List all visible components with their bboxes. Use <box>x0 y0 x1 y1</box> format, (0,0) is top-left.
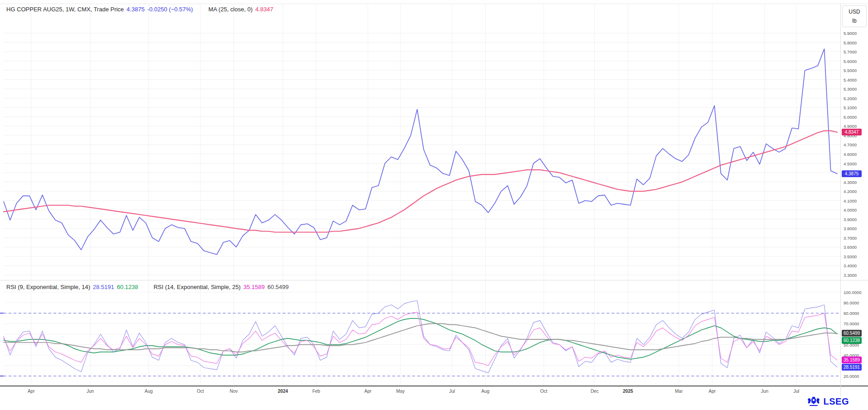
month-label: Aug <box>145 389 153 394</box>
month-label: Apr <box>364 389 371 394</box>
price-axis-label: 3.4000 <box>844 263 857 268</box>
chart-window: HG COPPER AUG25, 1W, CMX, Trade Price 4.… <box>0 0 868 410</box>
x-axis-line <box>0 386 868 386</box>
price-axis-label: 5.6000 <box>844 59 857 64</box>
rsi9-smooth-value: 60.1238 <box>117 284 138 290</box>
price-axis-label: 3.8000 <box>844 226 857 231</box>
rsi9-badge: 28.5191 <box>842 364 862 371</box>
panel-separator[interactable] <box>0 280 868 280</box>
month-label: Apr <box>28 389 35 394</box>
rsi9-indicator-label[interactable]: RSI (9, Exponential, Simple, 14) <box>6 284 90 290</box>
price-axis-label: 5.1000 <box>844 105 857 110</box>
lseg-crest-icon <box>807 396 820 407</box>
price-axis-label: 3.9000 <box>844 217 857 222</box>
rsi14-indicator-label[interactable]: RSI (14, Exponential, Simple, 25) <box>154 284 241 290</box>
price-axis-label: 5.4000 <box>844 77 857 82</box>
price-axis-label: 4.1000 <box>844 198 857 203</box>
price-axis-label: 5.7000 <box>844 49 857 54</box>
month-label: Aug <box>482 389 490 394</box>
rsi-axis-label: 90.0000 <box>844 300 859 305</box>
last-badge: 4.3875 <box>842 170 862 177</box>
rsi14-smooth-value: 60.5499 <box>267 284 289 290</box>
price-axis-label: 5.2000 <box>844 96 857 101</box>
year-label: 2025 <box>623 389 633 394</box>
rsi9-value: 28.5191 <box>93 284 114 290</box>
month-label: Nov <box>230 389 238 394</box>
price-axis-label: 5.0000 <box>844 115 857 120</box>
top-border <box>0 4 868 4</box>
price-unit-box[interactable]: USD lb <box>842 5 867 27</box>
price-axis-label: 3.7000 <box>844 236 857 241</box>
month-label: Jul <box>449 389 455 394</box>
price-axis-border[interactable] <box>840 4 841 396</box>
ma-indicator-value: 4.8347 <box>256 6 274 13</box>
rsi-axis-label: 100.0000 <box>844 290 862 295</box>
month-label: Oct <box>540 389 548 394</box>
price-axis-label: 3.6000 <box>844 245 857 250</box>
month-label: May <box>396 389 405 394</box>
price-change-value: -0.0250 (−0.57%) <box>147 6 193 13</box>
price-axis-label: 3.3000 <box>844 273 857 278</box>
ma-indicator-label[interactable]: MA (25, close, 0) <box>208 6 253 13</box>
month-label: Dec <box>591 389 599 394</box>
price-axis-label: 3.5000 <box>844 254 857 259</box>
rsi-axis-label: 20.0000 <box>844 374 859 379</box>
price-axis-label: 4.9000 <box>844 124 857 129</box>
lseg-brand: LSEG <box>807 396 849 407</box>
month-label: Mar <box>675 389 683 394</box>
price-axis-label: 5.5000 <box>844 68 857 73</box>
price-axis-label: 5.9000 <box>844 31 857 36</box>
rsi14-badge: 35.1589 <box>842 357 862 363</box>
lseg-logo-text: LSEG <box>824 396 849 407</box>
month-label: Jun <box>87 389 94 394</box>
month-label: Oct <box>197 389 204 394</box>
rsi14-smooth-badge: 60.5499 <box>842 330 862 337</box>
price-axis-label: 4.6000 <box>844 152 857 157</box>
last-price-value: 4.3875 <box>126 6 145 13</box>
rsi9-smooth-badge: 60.1238 <box>842 337 862 344</box>
price-axis-label: 4.7000 <box>844 142 857 147</box>
month-label: Jul <box>793 389 799 394</box>
price-axis-label: 4.5000 <box>844 161 857 166</box>
price-axis-label: 5.3000 <box>844 87 857 92</box>
price-axis-label: 4.3000 <box>844 180 857 185</box>
rsi-axis-label: 80.0000 <box>844 311 859 316</box>
price-axis-label: 5.8000 <box>844 40 857 45</box>
price-legend: HG COPPER AUG25, 1W, CMX, Trade Price 4.… <box>6 6 273 13</box>
month-label: Jun <box>761 389 768 394</box>
rsi-axis-label: 70.0000 <box>844 321 859 326</box>
rsi14-value: 35.1589 <box>243 284 265 290</box>
price-and-rsi-chart[interactable] <box>0 0 868 410</box>
month-label: Apr <box>709 389 716 394</box>
unit-currency: USD <box>849 7 860 16</box>
price-axis-label: 4.0000 <box>844 207 857 212</box>
month-label: Feb <box>312 389 320 394</box>
rsi-legend: RSI (9, Exponential, Simple, 14) 28.5191… <box>6 284 289 290</box>
symbol-title[interactable]: HG COPPER AUG25, 1W, CMX, Trade Price <box>6 6 124 13</box>
ma-badge: 4.8347 <box>842 129 862 135</box>
price-axis-label: 4.2000 <box>844 189 857 194</box>
year-label: 2024 <box>278 389 288 394</box>
unit-measure: lb <box>852 16 856 25</box>
